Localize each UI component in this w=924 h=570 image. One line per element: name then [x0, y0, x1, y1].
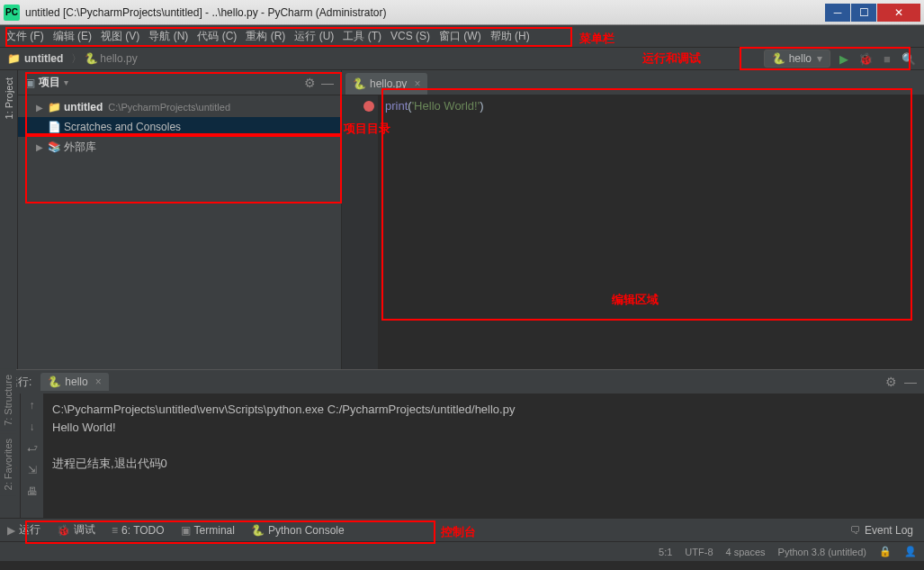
tool-pyconsole-label: Python Console [268, 524, 345, 537]
python-icon: 🐍 [772, 52, 785, 65]
run-panel-tab-name: hello [65, 375, 87, 388]
editor-tab-name: hello.py [370, 77, 407, 90]
close-tab-icon[interactable]: × [95, 375, 102, 388]
tool-run-label: 运行 [19, 522, 40, 538]
main-area: 1: Project ▣ 项目 ▾ ⚙ — ▶ 📁 untitled C:\Py… [0, 70, 924, 369]
tool-tab-favorites[interactable]: 2: Favorites [0, 433, 16, 495]
menu-run[interactable]: 运行 (U) [294, 29, 334, 44]
inspector-icon[interactable]: 👤 [904, 546, 917, 557]
project-panel: ▣ 项目 ▾ ⚙ — ▶ 📁 untitled C:\PycharmProjec… [18, 70, 342, 369]
tool-todo-label: 6: TODO [121, 524, 165, 537]
tool-python-console[interactable]: 🐍Python Console [251, 524, 345, 537]
tree-scratches[interactable]: 📄 Scratches and Consoles [18, 117, 341, 137]
play-icon: ▶ [7, 524, 15, 537]
close-tab-icon[interactable]: × [414, 77, 420, 90]
menu-code[interactable]: 代码 (C) [197, 29, 237, 44]
menu-view[interactable]: 视图 (V) [101, 29, 139, 44]
gear-icon[interactable]: ⚙ [885, 375, 897, 389]
expand-arrow-icon[interactable]: ▶ [36, 142, 45, 152]
editor-tabs: 🐍 hello.py × [342, 70, 924, 95]
output-line: Hello World! [52, 419, 915, 437]
folder-icon: ▣ [25, 77, 35, 89]
breadcrumb-root[interactable]: untitled [24, 52, 63, 65]
status-encoding[interactable]: UTF-8 [685, 547, 713, 557]
breadcrumb-file[interactable]: hello.py [100, 52, 137, 65]
menu-help[interactable]: 帮助 (H) [490, 29, 530, 44]
menu-vcs[interactable]: VCS (S) [390, 30, 430, 42]
editor-tab[interactable]: 🐍 hello.py × [345, 73, 427, 95]
tree-root[interactable]: ▶ 📁 untitled C:\PycharmProjects\untitled [18, 97, 341, 117]
titlebar: PC untitled [C:\PycharmProjects\untitled… [0, 0, 924, 25]
tool-terminal[interactable]: ▣Terminal [181, 524, 235, 537]
minimize-panel-icon[interactable]: — [904, 375, 917, 389]
down-icon[interactable]: ↓ [30, 421, 35, 433]
lock-icon[interactable]: 🔒 [879, 546, 892, 557]
navbar: 📁 untitled 〉 🐍 hello.py 🐍 hello ▾ ▶ 🐞 ■ … [0, 47, 924, 70]
folder-icon: 📁 [48, 101, 61, 113]
run-config-selector[interactable]: 🐍 hello ▾ [764, 50, 830, 68]
python-icon: 🐍 [85, 52, 98, 65]
output-line: 进程已结束,退出代码0 [52, 455, 915, 473]
library-icon: 📚 [48, 140, 61, 153]
pycharm-icon: PC [4, 5, 20, 21]
status-caret-pos[interactable]: 5:1 [659, 547, 672, 557]
bug-icon: 🐞 [57, 524, 70, 537]
tool-tab-structure[interactable]: 7: Structure [0, 369, 16, 431]
stop-button[interactable]: ■ [879, 50, 895, 67]
expand-arrow-icon[interactable]: ▶ [36, 103, 45, 113]
close-button[interactable]: ✕ [877, 4, 920, 22]
code-string: 'Hello World!' [412, 99, 480, 113]
tree-external-libs[interactable]: ▶ 📚 外部库 [18, 137, 341, 157]
minimize-button[interactable]: ─ [825, 4, 850, 22]
menu-navigate[interactable]: 导航 (N) [148, 29, 188, 44]
scroll-icon[interactable]: ⇲ [28, 464, 37, 476]
run-panel-tab[interactable]: 🐍 hello × [40, 373, 108, 391]
statusbar: 5:1 UTF-8 4 spaces Python 3.8 (untitled)… [0, 541, 924, 561]
terminal-icon: ▣ [181, 524, 191, 537]
tool-todo[interactable]: ≡6: TODO [112, 524, 165, 537]
print-icon[interactable]: 🖶 [27, 485, 38, 498]
search-everywhere-button[interactable]: 🔍 [901, 50, 917, 67]
menu-edit[interactable]: 编辑 (E) [53, 29, 92, 44]
folder-icon: 📁 [7, 52, 21, 65]
tree-root-path: C:\PycharmProjects\untitled [108, 102, 230, 113]
tree-external-label: 外部库 [64, 140, 96, 155]
code-area[interactable]: 1 print('Hello World!') [342, 95, 924, 369]
tool-debug[interactable]: 🐞调试 [57, 522, 95, 538]
python-icon: 🐍 [251, 524, 265, 537]
breadcrumb-sep: 〉 [71, 51, 82, 67]
chevron-down-icon: ▾ [817, 52, 822, 65]
menu-window[interactable]: 窗口 (W) [439, 29, 481, 44]
tool-run[interactable]: ▶运行 [7, 522, 40, 538]
output-line: C:\PycharmProjects\untitled\venv\Scripts… [52, 401, 915, 419]
up-icon[interactable]: ↑ [30, 399, 35, 412]
left-gutter: 1: Project [0, 70, 18, 369]
project-tree: ▶ 📁 untitled C:\PycharmProjects\untitled… [18, 95, 341, 158]
breakpoint-icon[interactable] [363, 101, 374, 112]
run-button[interactable]: ▶ [836, 50, 852, 67]
tool-debug-label: 调试 [74, 522, 95, 538]
gear-icon[interactable]: ⚙ [304, 76, 316, 90]
status-indent[interactable]: 4 spaces [726, 547, 766, 557]
chevron-down-icon[interactable]: ▾ [64, 77, 68, 87]
code-text[interactable]: print('Hello World!') [378, 95, 491, 369]
run-output[interactable]: C:\PycharmProjects\untitled\venv\Scripts… [43, 394, 924, 518]
project-panel-header: ▣ 项目 ▾ ⚙ — [18, 70, 341, 95]
wrap-icon[interactable]: ⮐ [27, 442, 38, 455]
menubar: 文件 (F) 编辑 (E) 视图 (V) 导航 (N) 代码 (C) 重构 (R… [0, 25, 924, 47]
collapse-icon[interactable]: — [321, 76, 334, 90]
menu-refactor[interactable]: 重构 (R) [246, 29, 285, 44]
window-title: untitled [C:\PycharmProjects\untitled] -… [25, 6, 824, 19]
tool-terminal-label: Terminal [194, 524, 235, 537]
project-panel-title: 项目 [39, 75, 60, 90]
menu-tools[interactable]: 工具 (T) [343, 29, 381, 44]
status-sdk[interactable]: Python 3.8 (untitled) [778, 547, 866, 557]
event-log[interactable]: 🗨Event Log [850, 524, 913, 537]
tool-tab-project[interactable]: 1: Project [4, 70, 14, 126]
run-config-name: hello [789, 52, 812, 65]
editor: 🐍 hello.py × 1 print('Hello World!') [342, 70, 924, 369]
menu-file[interactable]: 文件 (F) [5, 29, 44, 44]
maximize-button[interactable]: ☐ [851, 4, 876, 22]
code-fn: print [385, 99, 408, 113]
debug-button[interactable]: 🐞 [857, 50, 874, 67]
